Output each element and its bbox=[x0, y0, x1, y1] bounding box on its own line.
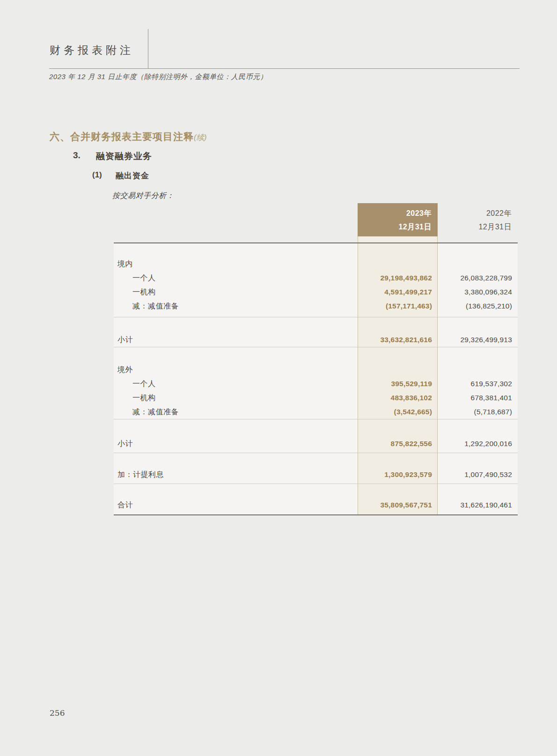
page-title: 财务报表附注 bbox=[50, 44, 134, 57]
table-section-overseas: 境外 一个人 395,529,119 619,537,302 一机构 483,8… bbox=[114, 347, 518, 419]
row-label: 加：计提利息 bbox=[114, 470, 358, 480]
table-row: 一个人 29,198,493,862 26,083,228,799 bbox=[114, 271, 518, 285]
value-2023: 875,822,556 bbox=[358, 440, 438, 448]
row-label: 小计 bbox=[114, 335, 358, 345]
header-horizontal-rule bbox=[49, 68, 520, 69]
subsection-number: 3. bbox=[73, 150, 81, 161]
value-2022: (136,825,210) bbox=[438, 302, 518, 310]
section-heading-suffix: (续) bbox=[194, 133, 207, 141]
header-vertical-rule bbox=[148, 29, 148, 68]
item-title: 融出资金 bbox=[116, 170, 149, 181]
value-2022: 619,537,302 bbox=[438, 380, 518, 388]
table-section-domestic-subtotal: 小计 33,632,821,616 29,326,499,913 bbox=[114, 317, 518, 347]
table-row: 一机构 4,591,499,217 3,380,096,324 bbox=[114, 285, 518, 299]
value-2022: 31,626,190,461 bbox=[438, 501, 518, 509]
section-heading-text: 六、合并财务报表主要项目注释 bbox=[50, 131, 194, 142]
table-row: 一机构 483,836,102 678,381,401 bbox=[114, 391, 518, 405]
row-label: 一个人 bbox=[114, 379, 358, 389]
value-2022: 26,083,228,799 bbox=[438, 274, 518, 282]
row-label: 一个人 bbox=[114, 273, 358, 283]
value-2023: (157,171,463) bbox=[358, 302, 438, 310]
column-header-2023-date: 12月31日 bbox=[358, 220, 432, 234]
column-header-2022: 2022年 12月31日 bbox=[438, 203, 518, 236]
table-section-accrued-interest: 加：计提利息 1,300,923,579 1,007,490,532 bbox=[114, 453, 518, 484]
column-header-2023: 2023年 12月31日 bbox=[358, 203, 438, 236]
table-section-overseas-subtotal: 小计 875,822,556 1,292,200,016 bbox=[114, 419, 518, 453]
subsection-title: 融资融券业务 bbox=[96, 150, 152, 162]
value-2022: 3,380,096,324 bbox=[438, 288, 518, 296]
value-2023: (3,542,665) bbox=[358, 408, 438, 416]
table-row: 小计 875,822,556 1,292,200,016 bbox=[114, 437, 518, 451]
column-header-2023-year: 2023年 bbox=[358, 206, 432, 220]
report-page: 财务报表附注 2023 年 12 月 31 日止年度（除特别注明外，金额单位：人… bbox=[0, 0, 557, 756]
value-2022: 1,292,200,016 bbox=[438, 440, 518, 448]
column-header-2022-date: 12月31日 bbox=[438, 220, 512, 234]
table-row: 合计 35,809,567,751 31,626,190,461 bbox=[114, 498, 518, 512]
row-label: 境外 bbox=[114, 365, 358, 375]
analysis-caption: 按交易对手分析： bbox=[112, 191, 174, 201]
value-2023: 4,591,499,217 bbox=[358, 288, 438, 296]
row-label: 减：减值准备 bbox=[114, 407, 358, 417]
table-section-total: 合计 35,809,567,751 31,626,190,461 bbox=[114, 484, 518, 514]
value-2023: 483,836,102 bbox=[358, 394, 438, 402]
header-gap bbox=[114, 236, 518, 242]
row-label: 合计 bbox=[114, 500, 358, 510]
column-header-2022-year: 2022年 bbox=[438, 206, 512, 220]
row-label: 一机构 bbox=[114, 287, 358, 297]
row-label: 境内 bbox=[114, 259, 358, 269]
table-row: 一个人 395,529,119 619,537,302 bbox=[114, 377, 518, 391]
value-2023: 1,300,923,579 bbox=[358, 470, 438, 479]
value-2023: 395,529,119 bbox=[358, 380, 438, 388]
table-row: 减：减值准备 (157,171,463) (136,825,210) bbox=[114, 299, 518, 313]
table-row: 减：减值准备 (3,542,665) (5,718,687) bbox=[114, 405, 518, 419]
page-subtitle: 2023 年 12 月 31 日止年度（除特别注明外，金额单位：人民币元） bbox=[49, 72, 267, 81]
value-2022: (5,718,687) bbox=[438, 408, 518, 416]
row-label: 一机构 bbox=[114, 393, 358, 403]
header-spacer bbox=[114, 203, 358, 236]
value-2023: 29,198,493,862 bbox=[358, 274, 438, 282]
item-number: (1) bbox=[92, 170, 102, 180]
value-2022: 29,326,499,913 bbox=[438, 336, 518, 344]
margin-financing-table: 2023年 12月31日 2022年 12月31日 境内 bbox=[114, 203, 518, 515]
table-row: 境内 bbox=[114, 257, 518, 271]
value-2023: 33,632,821,616 bbox=[358, 336, 438, 344]
row-label: 小计 bbox=[114, 439, 358, 449]
table-row: 小计 33,632,821,616 29,326,499,913 bbox=[114, 333, 518, 347]
table-row: 加：计提利息 1,300,923,579 1,007,490,532 bbox=[114, 468, 518, 482]
value-2022: 1,007,490,532 bbox=[438, 470, 518, 479]
row-label: 减：减值准备 bbox=[114, 301, 358, 311]
section-heading: 六、合并财务报表主要项目注释(续) bbox=[50, 130, 207, 143]
page-number: 256 bbox=[50, 708, 65, 718]
value-2022: 678,381,401 bbox=[438, 394, 518, 402]
value-2023: 35,809,567,751 bbox=[358, 501, 438, 509]
table-body: 境内 一个人 29,198,493,862 26,083,228,799 一机构… bbox=[114, 242, 518, 515]
table-section-domestic: 境内 一个人 29,198,493,862 26,083,228,799 一机构… bbox=[114, 243, 518, 317]
table-header-row: 2023年 12月31日 2022年 12月31日 bbox=[114, 203, 518, 236]
table-row: 境外 bbox=[114, 363, 518, 377]
